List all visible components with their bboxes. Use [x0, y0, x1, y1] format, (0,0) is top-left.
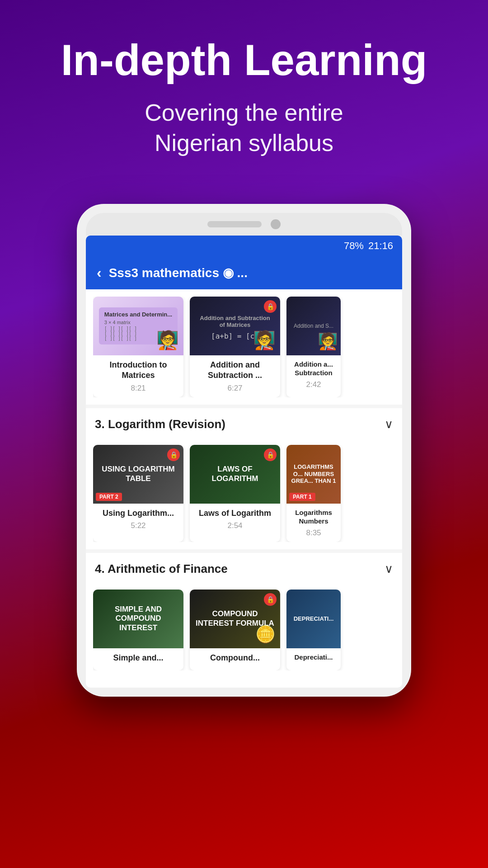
video-card-addition-subtraction[interactable]: Addition and Subtractionof Matrices [a+b…	[190, 297, 280, 397]
video-card-laws-log[interactable]: LAWS OF LOGARITHM 🔒 Laws of Logarithm 2:…	[190, 445, 280, 542]
video-info-depreciation: Depreciati...	[286, 648, 341, 669]
video-duration-log-greater: 8:35	[292, 528, 335, 538]
section-header-finance[interactable]: 4. Arithmetic of Finance ∨	[86, 549, 402, 582]
chevron-logarithm[interactable]: ∨	[385, 417, 393, 431]
chevron-finance[interactable]: ∨	[385, 562, 393, 576]
video-title-intro-matrices: Introduction to Matrices	[99, 360, 178, 381]
video-duration-addition-2: 2:42	[292, 380, 335, 389]
thumb-text-laws: LAWS OF LOGARITHM	[190, 461, 280, 487]
matrices-video-section: Matrices and Determin... 3 × 4 matrix [ …	[86, 289, 402, 405]
part-badge-using-log: PART 2	[96, 493, 122, 501]
video-info-simple-compound: Simple and...	[93, 648, 183, 670]
phone-camera	[271, 219, 281, 229]
hero-title: In-depth Learning	[27, 36, 461, 84]
thumbnail-addition-2: Addition and S... 🧑‍🏫	[286, 297, 341, 355]
video-card-addition-subtraction-2[interactable]: Addition and S... 🧑‍🏫 Addition a... Subt…	[286, 297, 341, 397]
video-info-addition-2: Addition a... Subtraction 2:42	[286, 355, 341, 394]
depreciation-illustration: DEPRECIATI...	[286, 590, 341, 648]
video-card-log-greater[interactable]: LOGARITHMS O... NUMBERS GREA... THAN 1 P…	[286, 445, 341, 542]
video-title-addition: Addition and Subtraction ...	[195, 360, 275, 381]
thumb-text-using-log: USING LOGARITHM TABLE	[93, 461, 183, 487]
thumbnail-laws-log: LAWS OF LOGARITHM 🔒	[190, 445, 280, 504]
part-badge-log-greater: PART 1	[289, 493, 315, 501]
hero-subtitle: Covering the entireNigerian syllabus	[27, 98, 461, 159]
logarithm-video-section: USING LOGARITHM TABLE 🔒 PART 2 Using Log…	[86, 438, 402, 549]
video-duration-laws: 2:54	[195, 521, 275, 530]
lock-icon-laws: 🔒	[264, 448, 277, 461]
hero-section: In-depth Learning Covering the entireNig…	[0, 0, 488, 177]
thumbnail-log-greater: LOGARITHMS O... NUMBERS GREA... THAN 1 P…	[286, 445, 341, 504]
video-title-compound: Compound...	[195, 653, 275, 663]
phone-frame: 78% 21:16 ‹ Sss3 mathematics ◉ ... Ma	[77, 204, 411, 697]
video-duration-addition: 6:27	[195, 384, 275, 393]
nav-title: Sss3 mathematics ◉ ...	[109, 265, 391, 280]
thumbnail-depreciation: DEPRECIATI...	[286, 590, 341, 648]
thumbnail-using-log: USING LOGARITHM TABLE 🔒 PART 2	[93, 445, 183, 504]
status-bar: 78% 21:16	[86, 236, 402, 256]
finance-video-section: SIMPLE AND COMPOUND INTEREST Simple and.…	[86, 582, 402, 678]
time-status: 21:16	[368, 240, 393, 252]
phone-speaker	[207, 221, 262, 227]
video-title-laws: Laws of Logarithm	[195, 508, 275, 519]
nav-bar: ‹ Sss3 mathematics ◉ ...	[86, 256, 402, 289]
section-title-finance: 4. Arithmetic of Finance	[95, 562, 228, 576]
phone-notch	[86, 213, 402, 236]
battery-status: 78%	[344, 240, 364, 252]
simple-compound-illustration: SIMPLE AND COMPOUND INTEREST	[93, 590, 183, 648]
video-info-laws: Laws of Logarithm 2:54	[190, 504, 280, 535]
section-title-logarithm: 3. Logarithm (Revision)	[95, 417, 225, 431]
video-title-simple-compound: Simple and...	[99, 653, 178, 663]
video-card-compound[interactable]: COMPOUND INTEREST FORMULA 🪙 🔒 Compound..…	[190, 590, 280, 670]
video-info-compound: Compound...	[190, 648, 280, 670]
video-info-using-log: Using Logarithm... 5:22	[93, 504, 183, 535]
video-card-depreciation[interactable]: DEPRECIATI... Depreciati...	[286, 590, 341, 670]
video-title-addition-2: Addition a... Subtraction	[292, 360, 335, 377]
thumbnail-intro-matrices: Matrices and Determin... 3 × 4 matrix [ …	[93, 297, 183, 355]
thumbnail-simple-compound: SIMPLE AND COMPOUND INTEREST	[93, 590, 183, 648]
video-title-using-log: Using Logarithm...	[99, 508, 178, 519]
lock-icon-using-log: 🔒	[167, 448, 180, 461]
matrices-video-row: Matrices and Determin... 3 × 4 matrix [ …	[93, 297, 395, 397]
matrices-illustration: Matrices and Determin... 3 × 4 matrix [ …	[93, 297, 183, 355]
phone-mockup: 78% 21:16 ‹ Sss3 mathematics ◉ ... Ma	[0, 204, 488, 697]
phone-screen: 78% 21:16 ‹ Sss3 mathematics ◉ ... Ma	[86, 236, 402, 688]
video-title-log-greater: Logarithms Numbers	[292, 508, 335, 526]
finance-video-row: SIMPLE AND COMPOUND INTEREST Simple and.…	[93, 590, 395, 670]
lock-icon-compound: 🔒	[264, 593, 277, 606]
video-card-using-log[interactable]: USING LOGARITHM TABLE 🔒 PART 2 Using Log…	[93, 445, 183, 542]
thumbnail-compound: COMPOUND INTEREST FORMULA 🪙 🔒	[190, 590, 280, 648]
video-info-log-greater: Logarithms Numbers 8:35	[286, 504, 341, 542]
back-button[interactable]: ‹	[97, 264, 102, 281]
video-info-addition: Addition and Subtraction ... 6:27	[190, 355, 280, 397]
thumb-text-depreciation: DEPRECIATI...	[290, 612, 338, 626]
lock-icon-addition: 🔒	[264, 300, 277, 313]
thumb-text-simple-compound: SIMPLE AND COMPOUND INTEREST	[93, 601, 183, 636]
thumbnail-addition-subtraction: Addition and Subtractionof Matrices [a+b…	[190, 297, 280, 355]
video-duration-using-log: 5:22	[99, 521, 178, 530]
video-info-intro-matrices: Introduction to Matrices 8:21	[93, 355, 183, 397]
addition2-illustration: Addition and S... 🧑‍🏫	[286, 297, 341, 355]
video-duration-intro-matrices: 8:21	[99, 384, 178, 393]
logarithm-video-row: USING LOGARITHM TABLE 🔒 PART 2 Using Log…	[93, 445, 395, 542]
video-title-depreciation: Depreciati...	[292, 653, 335, 662]
thumb-text-log-greater: LOGARITHMS O... NUMBERS GREA... THAN 1	[286, 460, 341, 488]
section-header-logarithm[interactable]: 3. Logarithm (Revision) ∨	[86, 405, 402, 438]
video-card-simple-compound[interactable]: SIMPLE AND COMPOUND INTEREST Simple and.…	[93, 590, 183, 670]
video-card-intro-matrices[interactable]: Matrices and Determin... 3 × 4 matrix [ …	[93, 297, 183, 397]
